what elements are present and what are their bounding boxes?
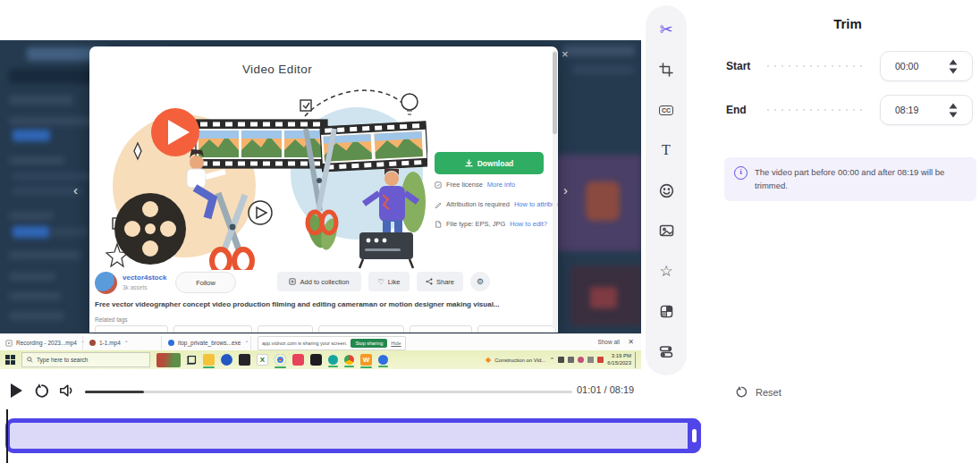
tool-filters[interactable] [653,298,680,324]
dotted-leader [767,65,867,67]
play-button[interactable] [7,382,25,400]
chevron-left-icon: ‹ [73,183,78,197]
blurred-content-block [9,273,55,281]
tag-chip [173,325,252,333]
arrow-down-icon [949,68,958,74]
end-decrement-button[interactable] [949,112,958,118]
attribution-icon [435,201,442,208]
tray-icon [568,357,574,363]
tray-icon [558,357,564,363]
restart-button[interactable] [32,381,52,400]
show-all-link: Show all [597,339,620,345]
edit-toolbar: ✂ CC T ☆ [646,5,687,375]
tag-chip [410,325,472,333]
active-app-indicator [275,366,286,368]
blurred-content-block [9,96,73,105]
active-app-indicator [378,366,388,367]
start-increment-button[interactable] [949,59,958,65]
text-icon: T [662,142,671,158]
file-icon [435,221,442,228]
progress-fill [85,391,144,393]
active-app-indicator [203,366,215,368]
end-time-input[interactable] [881,104,947,116]
video-preview[interactable]: ‹ › × Video Editor [0,40,641,369]
trim-info-text: The video part before 00:00 and after 08… [755,167,944,190]
show-desktop-button [635,352,639,368]
download-icon [465,159,473,167]
app-icon [328,355,338,365]
start-time-input[interactable] [881,60,947,72]
blurred-content-block [50,228,89,236]
active-app-indicator [360,366,372,368]
more-info-link: More info [487,181,515,189]
tool-emoji[interactable] [653,177,680,204]
start-label: Start [726,60,764,72]
caret-up-icon: ⌃ [244,340,249,346]
blurred-content-block [9,212,54,220]
share-icon [426,278,433,285]
blurred-content-block [9,156,64,164]
stop-sharing-button: Stop sharing [351,339,387,348]
end-row: End [726,95,973,125]
progress-bar[interactable] [85,391,572,393]
search-icon [27,357,33,363]
widget-thumbnail [156,353,181,367]
tag-chip [318,325,404,333]
tool-adjust[interactable] [653,338,680,365]
clock: 3:19 PM6/15/2023 [607,353,631,366]
blurred-content-block [563,46,635,56]
reset-icon [735,385,748,399]
author-meta: 3k assets [122,284,147,290]
download-item: Recording - 2023...mp4⌃ [5,334,85,351]
media-file-icon [5,340,13,347]
tool-captions[interactable]: CC [653,97,680,123]
chevron-right-icon: › [563,183,568,197]
tag-chip [477,325,556,333]
blurred-content-block [9,312,64,320]
author-name: vector4stock [122,274,166,282]
like-button: ♡ Like [368,272,410,291]
playhead[interactable] [6,409,8,463]
end-increment-button[interactable] [949,103,958,109]
follow-button: Follow [175,272,236,293]
app-icon [310,354,322,366]
how-to-attribute-link: How to attribute? [514,200,558,208]
end-label: End [726,104,764,116]
tray-icon [578,357,584,363]
blurred-thumbnail [590,287,617,308]
app-window: ‹ › × Video Editor [0,0,980,463]
wondershare-icon: W [360,354,372,366]
caret-up-icon: ⌃ [124,340,129,346]
volume-button[interactable] [56,382,76,400]
time-display: 01:01 / 08:19 [577,384,634,395]
screen-share-notice: app.vidnoz.com is sharing your screen. S… [258,336,406,350]
blurred-content-block [9,251,80,259]
trim-handle-right[interactable] [688,418,701,453]
collection-icon [289,278,296,285]
tray-icon [597,357,604,363]
divider [250,336,251,349]
close-icon: × [562,48,569,60]
trim-panel: Trim Start End [715,0,980,463]
tool-trim[interactable]: ✂ [653,16,680,43]
app-icon [292,354,304,366]
tool-crop[interactable] [653,56,680,83]
start-row: Start [726,51,973,81]
settings-button: ⚙ [470,272,490,291]
reset-button[interactable]: Reset [730,384,787,400]
tray-expand-icon: ⌃ [549,357,554,364]
crop-icon [659,63,673,77]
tool-effects[interactable]: ☆ [653,257,680,284]
trim-timeline[interactable] [5,418,701,453]
file-icon [168,340,174,346]
handle-slot [692,429,697,442]
restart-icon [34,383,50,399]
license-row: File type: EPS, JPG How to edit? [435,220,547,228]
scissors-icon: ✂ [659,21,672,38]
tool-text[interactable]: T [653,137,680,164]
tool-image[interactable] [653,217,680,244]
sliders-icon [659,345,673,358]
start-decrement-button[interactable] [949,68,958,74]
avatar [95,272,117,294]
scrollbar-thumb [553,52,557,134]
